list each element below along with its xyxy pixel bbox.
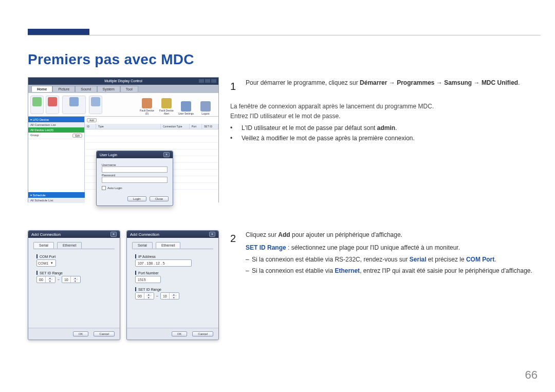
range-from-stepper[interactable]: 00▴▾ bbox=[135, 292, 154, 300]
step-1-bullet-2: Veillez à modifier le mot de passe après… bbox=[230, 134, 534, 143]
ribbon-tabs: Home Picture Sound System Tool bbox=[28, 85, 218, 93]
setid-range-label: SET ID Range bbox=[36, 271, 112, 275]
grid-header: ID Type Connection Type Port SET ID bbox=[85, 124, 218, 129]
sidebar-group-label: Group bbox=[30, 134, 39, 138]
step-2-number: 2 bbox=[230, 230, 238, 277]
power-off-button[interactable] bbox=[46, 96, 59, 114]
user-login-dialog: User Login × Username Password Auto Logi… bbox=[96, 151, 173, 206]
chevron-down-icon[interactable]: ▾ bbox=[146, 296, 152, 299]
power-on-button[interactable] bbox=[30, 96, 44, 114]
sidebar-lfd-header[interactable]: ▾ LFD Device bbox=[28, 117, 84, 122]
ip-address-input[interactable]: 107 . 108 . 12 . 5 bbox=[135, 259, 192, 267]
step-1-p3: Entrez l'ID utilisateur et le mot de pas… bbox=[230, 111, 534, 121]
range-from-stepper[interactable]: 00▴▾ bbox=[36, 276, 55, 283]
sidebar-all-device[interactable]: All Device List(0) bbox=[28, 127, 84, 133]
header-rule bbox=[28, 35, 541, 35]
login-dialog-title: User Login bbox=[100, 153, 117, 157]
fault-device-icon bbox=[142, 98, 152, 108]
auto-login-checkbox[interactable]: Auto Login bbox=[102, 186, 168, 190]
minimize-icon[interactable] bbox=[199, 79, 204, 83]
ribbon-toolbar: Fault Device (0) Fault Device Alert User… bbox=[28, 93, 218, 117]
comport-select[interactable]: COM1 ▾ bbox=[36, 259, 56, 267]
user-settings-icon bbox=[181, 101, 191, 111]
username-input[interactable] bbox=[102, 166, 168, 173]
tab-system[interactable]: System bbox=[97, 86, 120, 92]
setid-range-label: SET ID Range bbox=[135, 287, 210, 291]
logout-button[interactable]: Logout bbox=[197, 95, 214, 115]
mdc-app-screenshot: Multiple Display Control Home Picture So… bbox=[28, 77, 219, 202]
tab-home[interactable]: Home bbox=[31, 86, 52, 92]
alert-icon bbox=[161, 98, 172, 108]
range-to-stepper[interactable]: 10▴▾ bbox=[160, 292, 179, 300]
page-title: Premiers pas avec MDC bbox=[28, 51, 194, 68]
step-1-line-1: Pour démarrer le programme, cliquez sur … bbox=[246, 78, 520, 88]
logout-icon bbox=[200, 101, 211, 111]
user-settings-button[interactable]: User Settings bbox=[177, 95, 195, 115]
sidebar-schedule-list[interactable]: All Schedule List bbox=[28, 198, 85, 203]
chevron-down-icon[interactable]: ▾ bbox=[73, 279, 78, 283]
step-1-p2: La fenêtre de connexion apparaît après l… bbox=[230, 102, 534, 111]
tab-sound[interactable]: Sound bbox=[75, 86, 97, 92]
chevron-down-icon: ▾ bbox=[49, 261, 54, 265]
cancel-button[interactable]: Cancel bbox=[94, 331, 115, 337]
mdc-window-title: Multiple Display Control bbox=[104, 79, 142, 83]
window-controls bbox=[199, 79, 216, 83]
close-button[interactable]: Close bbox=[150, 196, 169, 201]
page-number: 66 bbox=[525, 368, 538, 382]
fault-device-button[interactable]: Fault Device (0) bbox=[138, 95, 156, 115]
range-tilde: ~ bbox=[156, 294, 158, 298]
sidebar-schedule-header[interactable]: ▾ Schedule bbox=[28, 192, 85, 198]
tab-serial[interactable]: Serial bbox=[33, 242, 54, 249]
ip-address-label: IP Address bbox=[135, 254, 210, 258]
add-connection-serial-dialog: Add Connection × Serial Ethernet COM Por… bbox=[28, 230, 120, 340]
add-connection-ethernet-dialog: Add Connection × Serial Ethernet IP Addr… bbox=[126, 230, 219, 340]
step-2-dash-2: Si la connexion est établie via Ethernet… bbox=[246, 266, 532, 276]
edit-button[interactable]: Edit bbox=[72, 134, 82, 138]
maximize-icon[interactable] bbox=[205, 79, 210, 83]
mdc-titlebar: Multiple Display Control bbox=[28, 78, 218, 85]
tab-tool[interactable]: Tool bbox=[120, 86, 138, 92]
step-2-dash-1: Si la connexion est établie via RS-232C,… bbox=[246, 255, 532, 265]
tab-ethernet[interactable]: Ethernet bbox=[57, 242, 82, 249]
volume-icon bbox=[91, 97, 100, 106]
step-1-number: 1 bbox=[230, 78, 238, 95]
tab-ethernet[interactable]: Ethernet bbox=[156, 242, 180, 249]
tab-serial[interactable]: Serial bbox=[132, 242, 153, 249]
dialog-title: Add Connection bbox=[31, 232, 61, 237]
close-icon[interactable]: × bbox=[110, 232, 117, 237]
close-icon[interactable] bbox=[211, 79, 216, 83]
dialog-title: Add Connection bbox=[130, 232, 159, 237]
chevron-down-icon[interactable]: ▾ bbox=[48, 279, 53, 283]
volume-button[interactable] bbox=[89, 96, 102, 114]
step-2-line-1: Cliquez sur Add pour ajouter un périphér… bbox=[246, 230, 532, 240]
ok-button[interactable]: OK bbox=[172, 331, 188, 337]
input-icon bbox=[69, 97, 79, 106]
comport-label: COM Port bbox=[36, 254, 112, 258]
close-icon[interactable]: × bbox=[209, 232, 215, 237]
port-number-label: Port Number bbox=[135, 271, 210, 275]
sidebar-all-connection[interactable]: All Connection List bbox=[28, 122, 84, 127]
ok-button[interactable]: OK bbox=[73, 331, 89, 337]
power-on-icon bbox=[32, 97, 42, 106]
step-1-block: 1 Pour démarrer le programme, cliquez su… bbox=[230, 78, 534, 143]
tab-picture[interactable]: Picture bbox=[52, 86, 75, 92]
sidebar: ▾ LFD Device All Connection List All Dev… bbox=[28, 117, 85, 203]
step-2-line-2: SET ID Range : sélectionnez une plage po… bbox=[246, 243, 532, 253]
header-accent-bar bbox=[28, 29, 89, 35]
port-number-input[interactable]: 1515 bbox=[135, 276, 161, 283]
password-input[interactable] bbox=[102, 177, 168, 183]
step-2-block: 2 Cliquez sur Add pour ajouter un périph… bbox=[230, 230, 534, 280]
add-button[interactable]: Add bbox=[87, 118, 97, 122]
sidebar-group-row: Group Edit bbox=[28, 133, 84, 139]
step-1-bullet-1: L'ID utilisateur et le mot de passe par … bbox=[230, 123, 534, 133]
power-off-icon bbox=[48, 97, 57, 106]
cancel-button[interactable]: Cancel bbox=[192, 331, 213, 337]
login-button[interactable]: Login bbox=[127, 196, 146, 201]
fault-alert-button[interactable]: Fault Device Alert bbox=[158, 95, 175, 115]
close-icon[interactable]: × bbox=[163, 152, 170, 157]
range-to-stepper[interactable]: 10▴▾ bbox=[62, 276, 81, 283]
checkbox-icon bbox=[102, 186, 106, 190]
chevron-down-icon[interactable]: ▾ bbox=[172, 296, 177, 299]
range-tilde: ~ bbox=[58, 278, 60, 282]
input-button[interactable] bbox=[62, 96, 86, 114]
